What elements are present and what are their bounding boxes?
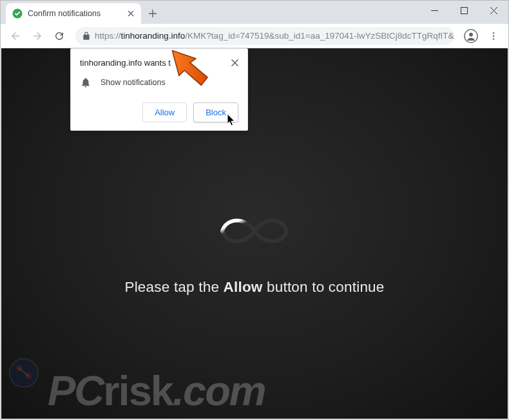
browser-tab[interactable]: Confirm notifications xyxy=(6,3,141,24)
user-avatar-icon[interactable] xyxy=(461,26,481,46)
dialog-body: Show notifications xyxy=(80,77,238,88)
watermark-risk: risk xyxy=(103,367,173,414)
svg-rect-1 xyxy=(461,7,467,14)
svg-point-7 xyxy=(10,359,38,387)
svg-point-3 xyxy=(469,32,473,36)
maximize-button[interactable] xyxy=(449,1,479,20)
svg-point-4 xyxy=(493,32,494,33)
dialog-title: tinhoranding.info wants t xyxy=(80,58,171,68)
watermark-text: PCrisk.com xyxy=(48,367,265,415)
block-button[interactable]: Block xyxy=(193,102,238,122)
minimize-button[interactable] xyxy=(419,1,449,20)
notification-permission-dialog: tinhoranding.info wants t Show notificat… xyxy=(70,48,248,131)
watermark-com: .com xyxy=(173,367,265,414)
lock-icon xyxy=(82,32,91,41)
allow-button[interactable]: Allow xyxy=(142,102,187,122)
text-bold: Allow xyxy=(224,279,263,295)
address-bar[interactable]: https://tinhoranding.info/KMK?tag_id=747… xyxy=(75,27,454,45)
forward-button[interactable] xyxy=(28,26,47,46)
dialog-header: tinhoranding.info wants t xyxy=(80,58,238,68)
text-suffix: button to continue xyxy=(263,279,385,295)
new-tab-button[interactable] xyxy=(144,5,162,23)
url-path: /KMK?tag_id=747519&sub_id1=aa_197041-lwY… xyxy=(185,31,454,41)
back-button[interactable] xyxy=(6,26,25,46)
svg-point-9 xyxy=(16,365,22,371)
bell-icon xyxy=(80,77,91,88)
url-protocol: https:// xyxy=(95,31,121,41)
url-text: https://tinhoranding.info/KMK?tag_id=747… xyxy=(95,31,454,41)
svg-line-11 xyxy=(19,368,29,376)
favicon-icon xyxy=(12,8,23,19)
window-controls xyxy=(419,1,508,20)
close-icon[interactable] xyxy=(231,59,238,66)
page-instruction-text: Please tap the Allow button to continue xyxy=(124,279,384,296)
browser-toolbar: https://tinhoranding.info/KMK?tag_id=747… xyxy=(1,24,508,48)
svg-point-8 xyxy=(10,359,38,387)
url-host: tinhoranding.info xyxy=(121,31,186,41)
window-titlebar: Confirm notifications xyxy=(1,1,508,24)
svg-point-6 xyxy=(493,38,494,39)
dialog-body-text: Show notifications xyxy=(101,78,166,87)
tab-title: Confirm notifications xyxy=(28,9,101,18)
close-window-button[interactable] xyxy=(479,1,508,20)
watermark-logo xyxy=(9,358,39,388)
dialog-buttons: Allow Block xyxy=(80,102,238,122)
svg-point-10 xyxy=(26,373,32,379)
text-prefix: Please tap the xyxy=(124,279,223,295)
reload-button[interactable] xyxy=(50,26,69,46)
close-tab-icon[interactable] xyxy=(126,8,136,19)
infinity-spinner-icon xyxy=(213,210,296,252)
svg-point-5 xyxy=(493,35,494,36)
watermark-pc: PC xyxy=(48,367,103,414)
kebab-menu-button[interactable] xyxy=(484,26,503,46)
